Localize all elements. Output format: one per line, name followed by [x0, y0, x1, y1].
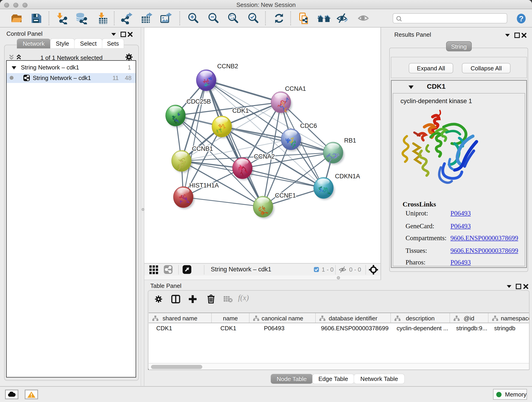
crosslink-label: Uniprot: — [405, 210, 428, 217]
import-network-file-icon[interactable] — [56, 12, 67, 24]
export-image-icon[interactable] — [160, 12, 172, 24]
network-collection-row[interactable]: String Network – cdk1 1 — [7, 63, 136, 73]
export-network-icon[interactable] — [121, 12, 133, 24]
results-panel-collapse-icon[interactable] — [504, 32, 511, 38]
import-table-icon[interactable] — [97, 12, 109, 24]
copy-network-icon[interactable] — [298, 12, 310, 24]
crosslink-link[interactable]: 9606.ENSP00000378699 — [450, 247, 518, 254]
hide-selected-icon[interactable] — [336, 12, 348, 24]
control-panel-float-icon[interactable] — [120, 31, 127, 38]
save-session-icon[interactable] — [30, 12, 42, 24]
table-cell[interactable]: P06493 — [264, 325, 315, 332]
network-node-CCNA1[interactable]: CCNA1 — [271, 85, 306, 114]
delete-column-icon[interactable] — [207, 294, 215, 303]
control-panel-collapse-icon[interactable] — [110, 31, 117, 38]
network-node-CDKN1A[interactable]: CDKN1A — [314, 173, 360, 200]
hidden-eye-icon[interactable] — [339, 266, 346, 273]
string-settings-icon[interactable] — [164, 265, 173, 274]
tab-style[interactable]: Style — [51, 39, 75, 48]
tab-select[interactable]: Select — [75, 39, 102, 48]
network-row-selected[interactable]: String Network – cdk1 11 48 — [7, 73, 136, 83]
tab-string[interactable]: String — [446, 41, 472, 51]
zoom-out-icon[interactable] — [208, 12, 220, 24]
collapse-all-networks-icon[interactable] — [9, 54, 14, 61]
tab-network[interactable]: Network — [17, 39, 51, 48]
table-cell[interactable]: cyclin-dependent ... — [397, 325, 449, 332]
horizontal-splitter[interactable] — [144, 275, 380, 280]
refresh-icon[interactable] — [273, 12, 285, 24]
expand-all-networks-icon[interactable] — [16, 54, 22, 61]
network-canvas[interactable]: CCNB2CCNA1CDC25BCDK1CDC6RB1CCNB1CCNA2CDK… — [144, 27, 380, 263]
network-node-CDC25B[interactable]: CDC25B — [166, 98, 211, 128]
results-panel-close-icon[interactable] — [521, 32, 527, 38]
column-header-name[interactable]: name — [212, 313, 249, 323]
table-panel-float-icon[interactable] — [515, 283, 522, 290]
results-panel-float-icon[interactable] — [514, 32, 520, 38]
zoom-selected-icon[interactable] — [247, 12, 259, 24]
fit-content-icon[interactable] — [369, 265, 378, 274]
network-edge[interactable] — [183, 80, 206, 197]
table-hscrollbar-thumb[interactable] — [151, 365, 202, 369]
crosslink-link[interactable]: P06493 — [450, 259, 471, 266]
tree-expand-caret-icon[interactable] — [11, 65, 17, 70]
selected-nodes-checkbox[interactable] — [314, 267, 319, 272]
expand-all-button[interactable]: Expand All — [409, 63, 453, 73]
network-edge[interactable] — [183, 197, 263, 207]
control-panel-close-icon[interactable] — [127, 31, 133, 38]
birdseye-grid-icon[interactable] — [149, 265, 159, 274]
help-icon[interactable]: ? — [515, 13, 527, 24]
column-header-namespace[interactable]: namespace — [488, 313, 529, 323]
table-hscrollbar[interactable] — [149, 363, 529, 370]
show-columns-icon[interactable] — [171, 295, 180, 303]
show-all-icon[interactable] — [357, 12, 369, 24]
left-splitter[interactable] — [141, 27, 144, 386]
section-collapse-caret-icon[interactable] — [408, 84, 414, 90]
network-node-CCNE1[interactable]: CCNE1 — [253, 192, 296, 219]
tab-sets[interactable]: Sets — [102, 39, 124, 48]
table-cell[interactable]: 9606.ENSP00000378699 — [321, 325, 390, 332]
table-panel-collapse-icon[interactable] — [506, 283, 512, 290]
column-header-id[interactable]: @id — [450, 313, 488, 323]
memory-button[interactable]: Memory — [493, 389, 527, 400]
column-header-shared-name[interactable]: shared name — [149, 313, 212, 323]
zoom-in-icon[interactable] — [187, 12, 199, 24]
section-title[interactable]: CDK1 — [427, 83, 446, 90]
column-header-description[interactable]: description — [391, 313, 450, 323]
column-header-database-identifier[interactable]: database identifier — [316, 313, 391, 323]
left-splitter-handle[interactable] — [142, 208, 144, 211]
search-input[interactable] — [393, 13, 507, 23]
table-options-gear-icon[interactable] — [155, 295, 162, 303]
home-layout-icon[interactable] — [317, 12, 331, 24]
network-node-RB1[interactable]: RB1 — [323, 137, 356, 165]
network-options-gear-icon[interactable] — [125, 53, 133, 61]
network-node-HIST1H1A[interactable]: HIST1H1A — [173, 182, 219, 209]
svg-text:?: ? — [519, 14, 524, 23]
zoom-fit-icon[interactable] — [227, 12, 239, 24]
column-header-canonical-name[interactable]: canonical name — [249, 313, 316, 323]
table-cell[interactable]: CDK1 — [156, 325, 211, 332]
cloud-button[interactable] — [5, 390, 18, 399]
tab-node-table[interactable]: Node Table — [271, 374, 312, 384]
table-panel-close-icon[interactable] — [523, 283, 529, 290]
crosslink-link[interactable]: P06493 — [450, 222, 471, 230]
warning-button[interactable] — [25, 390, 38, 399]
open-in-window-icon[interactable] — [182, 265, 191, 274]
horizontal-splitter-handle[interactable] — [337, 276, 340, 279]
node-label: CCNB2 — [217, 63, 238, 70]
export-table-icon[interactable] — [141, 12, 152, 24]
collapse-all-button[interactable]: Collapse All — [462, 63, 510, 73]
table-row[interactable]: CDK1CDK1P064939606.ENSP00000378699cyclin… — [149, 323, 529, 333]
table-cell[interactable]: CDK1 — [220, 325, 249, 332]
tab-edge-table[interactable]: Edge Table — [312, 374, 354, 384]
add-column-icon[interactable] — [188, 295, 197, 303]
network-edge[interactable] — [206, 80, 281, 102]
table-cell[interactable]: stringdb:9... — [456, 325, 488, 332]
crosslink-link[interactable]: 9606.ENSP00000378699 — [450, 234, 518, 242]
import-network-database-icon[interactable] — [75, 12, 87, 24]
tab-network-table[interactable]: Network Table — [354, 374, 404, 384]
node-table-box: f(x) shared namenamecanonical namedataba… — [148, 290, 530, 370]
network-edge[interactable] — [242, 168, 323, 188]
crosslink-link[interactable]: P06493 — [450, 210, 471, 217]
open-file-icon[interactable] — [11, 12, 22, 24]
table-cell[interactable]: stringdb — [494, 325, 532, 332]
